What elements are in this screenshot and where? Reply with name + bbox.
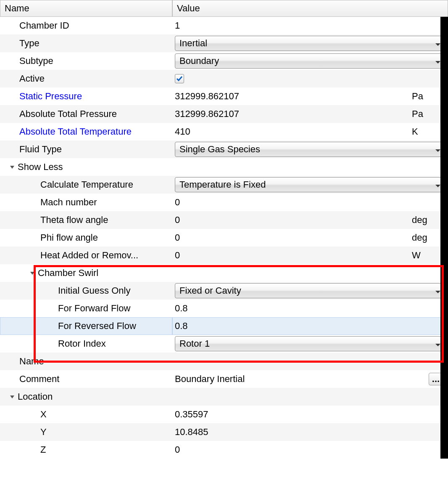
row-fwd-flow-label[interactable]: For Forward Flow [0, 300, 172, 317]
header-value[interactable]: Value [172, 0, 448, 17]
row-abs-total-temp-label[interactable]: Absolute Total Temperature [0, 123, 172, 141]
row-rev-flow-value[interactable]: 0.8 [172, 317, 448, 335]
row-subtype-label[interactable]: Subtype [0, 52, 172, 70]
row-type-label[interactable]: Type [0, 34, 172, 52]
collapse-icon[interactable] [8, 394, 16, 399]
row-abs-total-pressure-value[interactable]: 312999.862107 Pa [172, 105, 448, 123]
row-phi-value[interactable]: 0 deg [172, 229, 448, 247]
row-location[interactable]: Location [0, 388, 172, 406]
row-rev-flow-label[interactable]: For Reversed Flow [0, 317, 172, 335]
subtype-combobox[interactable]: Boundary [175, 53, 445, 69]
collapse-icon[interactable] [8, 165, 16, 170]
collapse-icon[interactable] [29, 271, 36, 276]
row-mach-value[interactable]: 0 [172, 194, 448, 211]
row-chamber-swirl[interactable]: Chamber Swirl [0, 264, 172, 282]
row-static-pressure-label[interactable]: Static Pressure [0, 88, 172, 105]
type-combobox[interactable]: Inertial [175, 36, 445, 51]
row-init-guess-value: Fixed or Cavity [172, 282, 448, 300]
active-checkbox[interactable] [175, 74, 184, 83]
chevron-down-icon [435, 179, 441, 190]
fluid-type-combobox[interactable]: Single Gas Species [175, 142, 445, 157]
row-z-value[interactable]: 0 [172, 441, 448, 459]
row-comment-label[interactable]: Comment [0, 370, 172, 388]
row-rotor-idx-value: Rotor 1 [172, 335, 448, 353]
row-mach-label[interactable]: Mach number [0, 194, 172, 211]
init-guess-combobox[interactable]: Fixed or Cavity [175, 283, 445, 298]
row-chamber-swirl-value [172, 264, 448, 282]
row-abs-total-temp-value[interactable]: 410 K [172, 123, 448, 141]
row-subtype-value: Boundary [172, 52, 448, 70]
row-calc-temp-value: Temperature is Fixed [172, 176, 448, 194]
row-x-value[interactable]: 0.35597 [172, 406, 448, 423]
scrollbar-track[interactable] [440, 17, 448, 459]
row-z-label[interactable]: Z [0, 441, 172, 459]
chevron-down-icon [435, 338, 441, 349]
row-chamber-id-value[interactable]: 1 [172, 17, 448, 34]
row-active-value [172, 70, 448, 88]
row-static-pressure-value[interactable]: 312999.862107 Pa [172, 88, 448, 105]
row-type-value: Inertial [172, 34, 448, 52]
row-show-less-value [172, 158, 448, 176]
row-y-value[interactable]: 10.8485 [172, 423, 448, 441]
row-chamber-id-label[interactable]: Chamber ID [0, 17, 172, 34]
row-heat-label[interactable]: Heat Added or Remov... [0, 247, 172, 264]
row-fluid-type-label[interactable]: Fluid Type [0, 141, 172, 158]
row-y-label[interactable]: Y [0, 423, 172, 441]
row-x-label[interactable]: X [0, 406, 172, 423]
row-phi-label[interactable]: Phi flow angle [0, 229, 172, 247]
row-rotor-idx-label[interactable]: Rotor Index [0, 335, 172, 353]
row-name2-label[interactable]: Name [0, 353, 172, 370]
calc-temp-combobox[interactable]: Temperature is Fixed [175, 177, 445, 192]
row-init-guess-label[interactable]: Initial Guess Only [0, 282, 172, 300]
property-grid: Name Value Chamber ID 1 Type Inertial Su… [0, 0, 448, 459]
row-abs-total-pressure-label[interactable]: Absolute Total Pressure [0, 105, 172, 123]
row-heat-value[interactable]: 0 W [172, 247, 448, 264]
row-show-less[interactable]: Show Less [0, 158, 172, 176]
row-location-value [172, 388, 448, 406]
row-name2-value[interactable] [172, 353, 448, 370]
row-active-label[interactable]: Active [0, 70, 172, 88]
row-theta-value[interactable]: 0 deg [172, 211, 448, 229]
header-name[interactable]: Name [0, 0, 172, 17]
row-fwd-flow-value[interactable]: 0.8 [172, 300, 448, 317]
row-theta-label[interactable]: Theta flow angle [0, 211, 172, 229]
rotor-index-combobox[interactable]: Rotor 1 [175, 336, 445, 351]
row-fluid-type-value: Single Gas Species [172, 141, 448, 158]
chevron-down-icon [435, 285, 441, 296]
chevron-down-icon [435, 144, 441, 155]
row-comment-value[interactable]: Boundary Inertial ... [172, 370, 448, 388]
chevron-down-icon [435, 56, 441, 66]
row-calc-temp-label[interactable]: Calculate Temperature [0, 176, 172, 194]
chevron-down-icon [435, 38, 441, 49]
